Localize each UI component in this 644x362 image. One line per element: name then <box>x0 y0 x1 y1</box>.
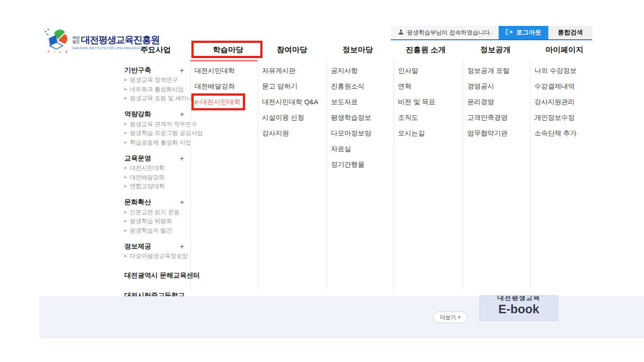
menu-sub-item-label: 평생교육 포럼 및 세미나 <box>130 94 193 102</box>
nav-item-4[interactable]: 정보마당 <box>343 41 373 58</box>
menu-item[interactable]: 윤리경영 <box>463 94 530 110</box>
menu-item[interactable]: 비전 및 목표 <box>394 94 463 110</box>
mega-menu-column: 자유게시판묻고 답하기대전시민대학 Q&A시설이용 신청강사지원 <box>258 60 326 290</box>
logout-button[interactable]: 로그아웃 <box>499 26 548 39</box>
arrow-right-icon: ▶ <box>124 185 127 188</box>
menu-group-title[interactable]: 기반구축+ <box>124 65 190 76</box>
nav-item-2[interactable]: 학습마당 <box>213 41 243 58</box>
menu-item[interactable]: 강사지원 <box>258 126 326 141</box>
menu-item[interactable]: 평생학습정보 <box>327 110 394 126</box>
menu-sub-item-label: 대전시민대학 <box>130 164 165 172</box>
page: F I L E 재단법인 대전평생교육진흥원 DAEJEON INSTITUTE… <box>0 0 644 362</box>
menu-sub-item[interactable]: ▶평생교육 관계자 직무연수 <box>124 120 190 129</box>
arrow-right-icon: ▶ <box>124 97 127 100</box>
menu-sub-item-label: 대전배달강좌 <box>130 173 165 181</box>
menu-item[interactable]: 자유게시판 <box>258 63 326 79</box>
menu-sub-item[interactable]: ▶다모아평생교육정보망 <box>124 252 190 261</box>
menu-sub-item[interactable]: ▶평생학습지 발간 <box>124 226 190 236</box>
menu-item[interactable]: 나의 수강정보 <box>530 63 595 79</box>
more-button[interactable]: 더보기 + <box>433 311 468 323</box>
menu-sub-item[interactable]: ▶연합교양대학 <box>124 182 190 191</box>
menu-item[interactable]: 공지사항 <box>327 63 394 79</box>
menu-sub-item-label: 평생학습 박람회 <box>130 217 172 225</box>
menu-item[interactable]: 정기간행물 <box>327 157 394 173</box>
nav-item-5[interactable]: 진흥원 소개 <box>406 41 446 58</box>
menu-sub-item[interactable]: ▶대전배달강좌 <box>124 173 190 182</box>
menu-item[interactable]: 묻고 답하기 <box>258 79 326 94</box>
plus-icon[interactable]: + <box>180 198 184 206</box>
menu-sub-item[interactable]: ▶학습공동체 활성화 사업 <box>124 138 190 147</box>
menu-item[interactable]: 대전시민대학 Q&A <box>258 94 326 110</box>
arrow-right-icon: ▶ <box>124 88 127 91</box>
arrow-right-icon: ▶ <box>124 131 127 135</box>
menu-item[interactable]: 수강결제내역 <box>530 79 595 94</box>
arrow-right-icon: ▶ <box>124 166 127 170</box>
search-button[interactable]: 통합검색 <box>548 26 592 39</box>
menu-sub-item-label: 인문고전 읽기 운동 <box>130 208 179 216</box>
menu-sub-item[interactable]: ▶평생학습 박람회 <box>124 217 190 226</box>
menu-item[interactable]: 보도자료 <box>327 94 394 110</box>
menu-item[interactable]: 경영공시 <box>463 79 530 94</box>
plus-icon[interactable]: + <box>180 155 184 162</box>
menu-sub-item-label: 다모아평생교육정보망 <box>130 252 188 260</box>
menu-item[interactable]: e-대전시민대학 <box>191 94 258 110</box>
menu-sub-item[interactable]: ▶인문고전 읽기 운동 <box>124 208 190 217</box>
nav-item-1[interactable]: 주요사업 <box>140 41 171 58</box>
menu-item[interactable]: 시설이용 신청 <box>258 110 326 126</box>
menu-group-title[interactable]: 역량강화+ <box>124 109 190 120</box>
mega-menu-column-main-business: 기반구축+▶평생교육 정책연구▶네트워크 활성화사업▶평생교육 포럼 및 세미나… <box>121 60 190 290</box>
menu-group-title[interactable]: 정보제공+ <box>124 241 190 252</box>
topbar: 평생학습부님이 접속하였습니다. 로그아웃 통합검색 <box>391 26 592 40</box>
menu-item[interactable]: 인사말 <box>394 63 463 79</box>
menu-item[interactable]: 대전배달강좌 <box>191 79 258 94</box>
ebook-label: E-book <box>480 302 558 316</box>
mega-menu-column: 나의 수강정보수강결제내역강사지원관리개인정보수정소속단체 추가 <box>530 60 595 290</box>
arrow-right-icon: ▶ <box>124 254 127 258</box>
arrow-right-icon: ▶ <box>124 122 127 126</box>
arrow-right-icon: ▶ <box>124 141 127 144</box>
menu-item[interactable]: 오시는길 <box>394 126 463 141</box>
menu-item[interactable]: 고객만족경영 <box>463 110 530 126</box>
login-status: 평생학습부님이 접속하였습니다. <box>391 26 499 39</box>
logout-label: 로그아웃 <box>516 29 541 37</box>
menu-item[interactable]: 자료실 <box>327 141 394 157</box>
mega-menu-column: 대전시민대학대전배달강좌e-대전시민대학 <box>190 60 258 290</box>
menu-item[interactable]: 강사지원관리 <box>530 94 595 110</box>
menu-sub-item[interactable]: ▶대전시민대학 <box>124 164 190 173</box>
plus-icon[interactable]: + <box>180 243 184 250</box>
mega-menu: 기반구축+▶평생교육 정책연구▶네트워크 활성화사업▶평생교육 포럼 및 세미나… <box>121 60 595 290</box>
menu-sub-item-label: 평생교육 관계자 직무연수 <box>130 120 197 128</box>
menu-group-title[interactable]: 교육운영+ <box>124 153 190 164</box>
main-nav: 주요사업학습마당참여마당정보마당진흥원 소개정보공개마이페이지 <box>0 41 644 58</box>
menu-item[interactable]: 대전시민대학 <box>191 63 258 79</box>
menu-item[interactable]: 정보공개 포털 <box>463 63 530 79</box>
login-status-text: 평생학습부님이 접속하였습니다. <box>407 29 491 37</box>
menu-item[interactable]: 다모아정보망 <box>327 126 394 141</box>
nav-item-7[interactable]: 마이페이지 <box>546 41 584 58</box>
menu-group-label: 교육운영 <box>124 154 151 163</box>
ebook-title: 대전평생교육 <box>480 295 558 302</box>
menu-group-label: 역량강화 <box>124 110 151 118</box>
menu-sub-item[interactable]: ▶평생교육 포럼 및 세미나 <box>124 94 190 103</box>
menu-group-title[interactable]: 문화확산+ <box>124 197 190 208</box>
menu-item[interactable]: 연혁 <box>394 79 463 94</box>
menu-group-title[interactable]: 대전광역시 문해교육센터 <box>124 270 190 281</box>
mega-menu-column: 인사말연혁비전 및 목표조직도오시는길 <box>394 60 463 290</box>
user-icon <box>398 29 404 36</box>
menu-sub-item[interactable]: ▶평생교육 정책연구 <box>124 76 190 85</box>
arrow-right-icon: ▶ <box>124 229 127 232</box>
menu-sub-item[interactable]: ▶네트워크 활성화사업 <box>124 85 190 94</box>
menu-item[interactable]: 개인정보수정 <box>530 110 595 126</box>
ebook-card[interactable]: 대전평생교육 E-book <box>479 295 558 321</box>
nav-item-3[interactable]: 참여마당 <box>277 41 307 58</box>
menu-group-label: 정보제공 <box>124 242 151 251</box>
menu-item[interactable]: 업무협약기관 <box>463 126 530 141</box>
nav-item-6[interactable]: 정보공개 <box>480 41 511 58</box>
arrow-right-icon: ▶ <box>124 176 127 179</box>
menu-item[interactable]: 조직도 <box>394 110 463 126</box>
menu-sub-item[interactable]: ▶평생학습 프로그램 공모사업 <box>124 129 190 138</box>
plus-icon[interactable]: + <box>180 110 184 118</box>
menu-item[interactable]: 소속단체 추가 <box>530 126 595 141</box>
plus-icon[interactable]: + <box>180 67 184 74</box>
menu-item[interactable]: 진흥원소식 <box>327 79 394 94</box>
